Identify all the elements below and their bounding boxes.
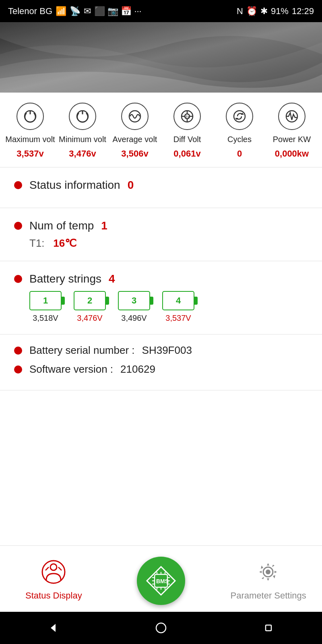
diff-volt-label: Diff Volt [173,134,201,144]
battery-cell-1-icon: 1 [29,291,62,310]
battery-strings-dot [14,275,22,283]
power-on-icon [23,109,38,124]
serial-number-row: Battery serial number : SH39F003 [14,344,308,357]
battery-cell-2-voltage: 3,476V [77,314,102,323]
nav-parameter-settings[interactable]: Parameter Settings [215,557,322,601]
power-kw-label: Power KW [273,134,311,144]
cycles-icon-wrap [226,103,253,130]
battery-strings-section: Battery strings 4 1 3,518V 2 3,476V 3 3,… [0,261,322,334]
mail-icon: ✉ [84,6,91,17]
time-text: 12:29 [292,6,314,17]
status-display-label: Status Display [25,590,82,601]
serial-label: Battery serial number : [29,344,135,357]
svg-rect-40 [266,625,271,631]
svg-point-5 [129,111,140,122]
main-content: Maximum volt 3,537v Minimum volt 3,476v [0,93,322,545]
svg-point-39 [156,623,166,633]
carrier-text: Telenor BG [8,6,52,17]
cycles-label: Cycles [227,134,252,144]
battery-cell-3-number: 3 [132,295,136,306]
battery-cell-3-icon: 3 [118,291,150,310]
battery-cells-row: 1 3,518V 2 3,476V 3 3,496V 4 3,53 [29,291,308,323]
recents-button[interactable] [258,618,279,638]
battery-cell-4-voltage: 3,537V [165,314,191,323]
svg-line-20 [58,567,62,570]
battery-cell-3: 3 3,496V [118,291,150,323]
temp-t1-label: T1: [29,237,45,249]
battery-cell-1-number: 1 [43,295,48,306]
max-volt-value: 3,537v [17,149,43,159]
serial-value: SH39F003 [142,344,192,357]
battery-cell-1: 1 3,518V [29,291,62,323]
wifi-icon: 📡 [70,6,80,17]
wave-icon [127,109,142,124]
battery-strings-label: Battery strings [29,272,101,285]
software-version-row: Software version : 210629 [14,363,308,376]
avg-volt-value: 3,506v [121,149,148,159]
temp-dot [14,222,22,230]
status-bar-right: N ⏰ ✱ 91% 12:29 [237,6,314,17]
activity-icon [284,109,299,124]
software-value: 210629 [120,363,155,376]
bms-button[interactable]: BMS [137,557,185,605]
notification-icons: ⬛ 📷 📅 ··· [94,6,142,17]
battery-cell-2: 2 3,476V [74,291,106,323]
alarm-icon: ⏰ [246,6,257,17]
temp-reading: T1: 16℃ [29,237,308,250]
status-info-label: Status information [29,179,120,192]
status-info-section: Status information 0 [0,167,322,208]
home-button[interactable] [151,618,171,638]
bluetooth-icon: ✱ [260,6,268,17]
svg-line-19 [45,567,49,570]
parameter-settings-icon [255,559,281,585]
status-info-header: Status information 0 [14,179,308,192]
battery-cell-2-number: 2 [87,295,92,306]
svg-point-18 [50,564,57,570]
software-label: Software version : [29,363,113,376]
battery-text: 91% [271,6,289,17]
power-kw-value: 0,000kw [275,149,309,159]
metric-diff-volt: Fe Diff Volt 0,061v [161,103,213,159]
cycles-value: 0 [237,149,242,159]
battery-strings-header: Battery strings 4 [14,272,308,285]
temp-header: Num of temp 1 [14,219,308,232]
svg-text:Fe: Fe [186,115,190,119]
metrics-row: Maximum volt 3,537v Minimum volt 3,476v [0,93,322,167]
temp-section: Num of temp 1 T1: 16℃ [0,208,322,261]
battery-cell-3-voltage: 3,496V [121,314,147,323]
metric-avg-volt: Average volt 3,506v [109,103,161,159]
min-volt-icon-wrap [69,103,96,130]
metric-max-volt: Maximum volt 3,537v [4,103,56,159]
min-volt-label: Minimum volt [59,134,106,144]
diff-volt-value: 0,061v [173,149,200,159]
battery-cell-1-voltage: 3,518V [33,314,58,323]
avg-volt-icon-wrap [121,103,149,130]
bottom-nav: Status Display BM [0,545,322,612]
bms-icon: BMS [145,565,177,597]
svg-point-37 [266,570,270,574]
nav-status-display[interactable]: Status Display [0,557,107,601]
recycle-icon [232,109,247,124]
nfc-icon: N [237,6,243,17]
temp-label: Num of temp [29,219,94,232]
avg-volt-label: Average volt [113,134,157,144]
max-volt-icon-wrap [17,103,44,130]
svg-marker-38 [51,624,56,632]
battery-cell-2-icon: 2 [74,291,106,310]
status-display-icon [41,559,67,585]
back-button[interactable] [43,618,64,638]
status-bar: Telenor BG 📶 📡 ✉ ⬛ 📷 📅 ··· N ⏰ ✱ 91% 12:… [0,0,322,22]
min-volt-value: 3,476v [69,149,96,159]
metric-min-volt: Minimum volt 3,476v [56,103,109,159]
serial-dot [14,347,22,355]
temp-value: 1 [101,219,107,232]
status-bar-left: Telenor BG 📶 📡 ✉ ⬛ 📷 📅 ··· [8,6,142,17]
parameter-settings-icon-wrap [253,557,283,587]
android-nav-bar [0,612,322,644]
power-kw-icon-wrap [278,103,305,130]
battery-strings-value: 4 [109,272,115,285]
status-info-value: 0 [128,179,134,192]
diff-volt-icon-wrap: Fe [173,103,201,130]
status-display-icon-wrap [39,557,69,587]
battery-cell-4-number: 4 [176,295,181,306]
